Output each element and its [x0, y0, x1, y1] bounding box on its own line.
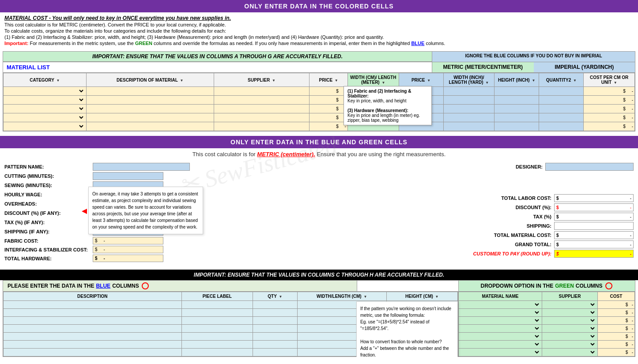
- designer-input[interactable]: [545, 163, 634, 171]
- bl-qty-4[interactable]: [253, 333, 297, 341]
- material-select-3[interactable]: [460, 326, 540, 331]
- bl-qty-3[interactable]: [253, 325, 297, 333]
- br-material-2[interactable]: [459, 317, 542, 325]
- bl-desc-4[interactable]: [4, 333, 182, 341]
- cell-height-imp-2[interactable]: [495, 105, 539, 113]
- bl-piece-4[interactable]: [181, 333, 253, 341]
- category-select-2[interactable]: Fabric Interfacing Hardware: [5, 106, 85, 112]
- category-select-3[interactable]: Fabric Interfacing Hardware: [5, 115, 85, 120]
- cell-height-imp-1[interactable]: [495, 96, 539, 105]
- height-cm-filter[interactable]: ▼: [435, 295, 439, 299]
- cell-height-imp-3[interactable]: [495, 113, 539, 122]
- cell-height-imp-0[interactable]: [495, 87, 539, 96]
- height-imp-filter[interactable]: ▼: [532, 79, 535, 83]
- cell-width-imp-0[interactable]: [443, 87, 495, 96]
- category-select-4[interactable]: Fabric Interfacing Hardware: [5, 124, 85, 129]
- cell-supplier-0[interactable]: [214, 87, 310, 96]
- cell-desc-3[interactable]: [86, 113, 214, 122]
- price-imp-filter[interactable]: ▼: [427, 79, 430, 83]
- bl-piece-1[interactable]: [181, 309, 253, 317]
- cell-qty2-2[interactable]: [539, 105, 584, 113]
- description-filter[interactable]: ▼: [180, 79, 183, 83]
- br-material-1[interactable]: [459, 309, 542, 317]
- cell-supplier-2[interactable]: [214, 105, 310, 113]
- cell-desc-4[interactable]: [86, 122, 214, 131]
- cell-width-imp-1[interactable]: [443, 96, 495, 105]
- cutting-input[interactable]: [93, 172, 163, 180]
- bl-desc-1[interactable]: [4, 309, 182, 317]
- bl-desc-5[interactable]: [4, 341, 182, 349]
- supplier-select-2[interactable]: [544, 318, 596, 323]
- qty-filter[interactable]: ▼: [279, 295, 282, 299]
- cell-category-0[interactable]: Fabric Interfacing Hardware: [4, 87, 87, 96]
- cell-category-3[interactable]: Fabric Interfacing Hardware: [4, 113, 87, 122]
- cell-qty2-3[interactable]: [539, 113, 584, 122]
- cell-category-2[interactable]: Fabric Interfacing Hardware: [4, 105, 87, 113]
- price-filter[interactable]: ▼: [335, 79, 338, 83]
- bl-qty-5[interactable]: [253, 341, 297, 349]
- material-select-6[interactable]: [460, 349, 540, 355]
- supplier-select-6[interactable]: [544, 349, 596, 355]
- cell-category-4[interactable]: Fabric Interfacing Hardware: [4, 122, 87, 131]
- bl-desc-3[interactable]: [4, 325, 182, 333]
- bl-piece-5[interactable]: [181, 341, 253, 349]
- category-select-1[interactable]: Fabric Interfacing Hardware: [5, 97, 85, 103]
- br-material-0[interactable]: [459, 301, 542, 309]
- cell-desc-1[interactable]: [86, 96, 214, 105]
- bl-desc-2[interactable]: [4, 317, 182, 325]
- supplier-select-4[interactable]: [544, 334, 596, 339]
- br-material-4[interactable]: [459, 333, 542, 341]
- bl-qty-6[interactable]: [253, 349, 297, 356]
- cell-desc-0[interactable]: [86, 87, 214, 96]
- supplier-filter[interactable]: ▼: [272, 79, 276, 83]
- material-select-2[interactable]: [460, 318, 540, 323]
- material-select-1[interactable]: [460, 310, 540, 315]
- bl-qty-1[interactable]: [253, 309, 297, 317]
- bl-qty-2[interactable]: [253, 317, 297, 325]
- bl-piece-3[interactable]: [181, 325, 253, 333]
- br-material-5[interactable]: [459, 341, 542, 349]
- supplier-select-3[interactable]: [544, 326, 596, 331]
- br-supplier-5[interactable]: [542, 341, 598, 349]
- br-supplier-0[interactable]: [542, 301, 598, 309]
- cost-unit-filter[interactable]: ▼: [614, 81, 617, 85]
- cell-width-imp-2[interactable]: [443, 105, 495, 113]
- br-supplier-3[interactable]: [542, 325, 598, 333]
- width-cm-filter[interactable]: ▼: [363, 295, 367, 299]
- br-supplier-4[interactable]: [542, 333, 598, 341]
- cell-height-imp-4[interactable]: [495, 122, 539, 131]
- supplier-select-0[interactable]: [544, 302, 596, 308]
- category-select-0[interactable]: Fabric Interfacing Hardware: [5, 88, 85, 94]
- category-filter[interactable]: ▼: [57, 79, 60, 83]
- cell-qty2-4[interactable]: [539, 122, 584, 131]
- width-imp-filter[interactable]: ▼: [485, 81, 489, 85]
- bl-qty-0[interactable]: [253, 301, 297, 309]
- qty2-filter[interactable]: ▼: [573, 79, 577, 83]
- cell-supplier-4[interactable]: [214, 122, 310, 131]
- cell-width-imp-4[interactable]: [443, 122, 495, 131]
- br-supplier-1[interactable]: [542, 309, 598, 317]
- bl-desc-6[interactable]: [4, 349, 182, 356]
- br-supplier-6[interactable]: [542, 349, 598, 356]
- cell-supplier-3[interactable]: [214, 113, 310, 122]
- bl-piece-2[interactable]: [181, 317, 253, 325]
- br-material-3[interactable]: [459, 325, 542, 333]
- pattern-name-input[interactable]: [93, 163, 190, 171]
- bl-piece-0[interactable]: [181, 301, 253, 309]
- cell-desc-2[interactable]: [86, 105, 214, 113]
- material-select-0[interactable]: [460, 302, 540, 308]
- material-select-5[interactable]: [460, 341, 540, 347]
- supplier-select-5[interactable]: [544, 341, 596, 347]
- bl-desc-0[interactable]: [4, 301, 182, 309]
- supplier-select-1[interactable]: [544, 310, 596, 315]
- cell-category-1[interactable]: Fabric Interfacing Hardware: [4, 96, 87, 105]
- cell-qty2-0[interactable]: [539, 87, 584, 96]
- cell-width-imp-3[interactable]: [443, 113, 495, 122]
- br-material-6[interactable]: [459, 349, 542, 356]
- cell-qty2-1[interactable]: [539, 96, 584, 105]
- material-select-4[interactable]: [460, 334, 540, 339]
- cell-supplier-1[interactable]: [214, 96, 310, 105]
- bl-piece-6[interactable]: [181, 349, 253, 356]
- width-metric-filter[interactable]: ▼: [381, 81, 385, 85]
- br-supplier-2[interactable]: [542, 317, 598, 325]
